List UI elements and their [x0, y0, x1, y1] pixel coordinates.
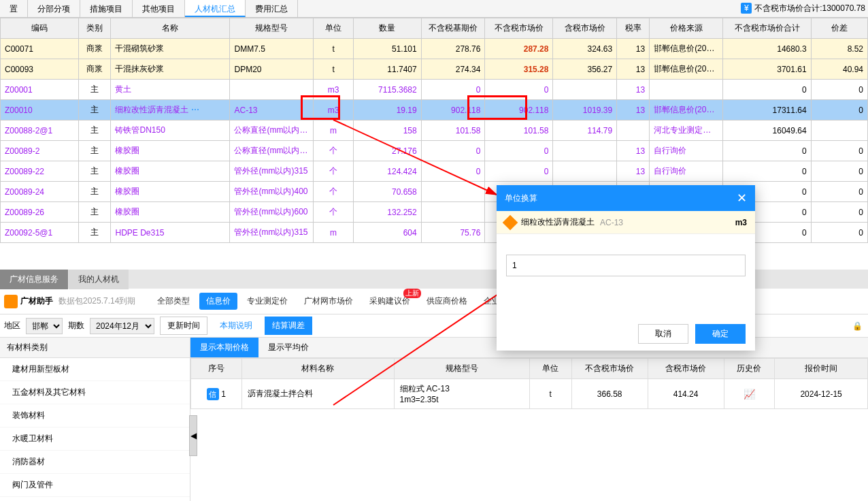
- category-item[interactable]: 塑料制品: [0, 497, 190, 501]
- col-header[interactable]: 税率: [617, 18, 650, 39]
- category-item[interactable]: 水暖卫材料: [0, 427, 190, 451]
- category-item[interactable]: 消防器材: [0, 451, 190, 474]
- top-tab-bar: 置 分部分项 措施项目 其他项目 人材机汇总 费用汇总: [0, 0, 868, 18]
- res-col-header[interactable]: 材料名称: [241, 359, 394, 379]
- res-col-header[interactable]: 单位: [529, 359, 571, 379]
- table-row[interactable]: Z00010主细粒改性沥青混凝土 ⋯AC-13m319.19902.118902…: [1, 100, 868, 120]
- table-row[interactable]: C00071商浆干混砌筑砂浆DMM7.5t51.101278.76287.283…: [1, 39, 868, 59]
- category-sidebar: 有材料类别 建材用新型板材五金材料及其它材料装饰材料水暖卫材料消防器材阀门及管件…: [0, 338, 190, 501]
- col-header[interactable]: 数量: [353, 18, 421, 39]
- yuan-icon: ¥: [741, 3, 752, 14]
- tool-info-price[interactable]: 信息价: [199, 293, 237, 310]
- period-label: 期数: [68, 320, 84, 332]
- data-package-label: 数据包2025.7.14到期: [59, 295, 135, 307]
- table-row[interactable]: Z00089-22主橡胶圈管外径(mm以内)315个124.4240013自行询…: [1, 161, 868, 182]
- dialog-item-spec: AC-13: [600, 218, 623, 227]
- res-col-header[interactable]: 报价时间: [775, 359, 868, 379]
- res-col-header[interactable]: 不含税市场价: [571, 359, 648, 379]
- col-header[interactable]: 价格来源: [650, 18, 723, 39]
- convert-value-input[interactable]: [506, 255, 746, 276]
- col-header[interactable]: 单位: [314, 18, 353, 39]
- history-chart-icon[interactable]: 📈: [744, 389, 755, 400]
- col-header[interactable]: 不含税市场价: [485, 18, 553, 39]
- table-row[interactable]: Z00088-2@1主铸铁管DN150公称直径(mm以内)150m158101.…: [1, 120, 868, 141]
- adjust-button[interactable]: 结算调差: [265, 317, 312, 335]
- tool-all[interactable]: 全部类型: [150, 293, 197, 310]
- category-item[interactable]: 建材用新型板材: [0, 358, 190, 381]
- region-select[interactable]: 邯郸: [26, 318, 63, 334]
- mid-tab-service[interactable]: 广材信息服务: [0, 270, 68, 289]
- info-badge-icon: 信: [207, 388, 219, 400]
- dialog-item-name: 细粒改性沥青混凝土: [521, 216, 595, 228]
- result-grid[interactable]: 序号材料名称规格型号单位不含税市场价含税市场价历史价报价时间 信 1 沥青混凝土…: [190, 358, 868, 409]
- tab-2[interactable]: 措施项目: [80, 0, 133, 17]
- period-desc-link[interactable]: 本期说明: [213, 317, 259, 334]
- col-header[interactable]: 编码: [1, 18, 79, 39]
- dialog-unit: m3: [735, 218, 747, 227]
- helper-title: 广材助手: [20, 295, 53, 307]
- col-header[interactable]: 不含税基期价: [421, 18, 485, 39]
- col-header[interactable]: 价差: [811, 18, 867, 39]
- update-time-button[interactable]: 更新时间: [160, 317, 207, 335]
- mid-tab-mine[interactable]: 我的人材机: [69, 270, 129, 289]
- col-header[interactable]: 含税市场价: [553, 18, 617, 39]
- tab-3[interactable]: 其他项目: [133, 0, 185, 17]
- col-header[interactable]: 类别: [78, 18, 111, 39]
- chevron-left-icon: ◀: [190, 431, 197, 440]
- col-header[interactable]: 名称: [111, 18, 230, 39]
- tab-1[interactable]: 分部分项: [28, 0, 80, 17]
- tool-supplier[interactable]: 供应商价格: [420, 293, 474, 310]
- ok-button[interactable]: 确定: [695, 324, 746, 344]
- tab-5[interactable]: 费用汇总: [246, 0, 298, 17]
- res-col-header[interactable]: 历史价: [724, 359, 775, 379]
- table-row[interactable]: Z00001主黄土m37115.3682001300: [1, 80, 868, 100]
- total-summary: ¥不含税市场价合计:1300070.78: [741, 3, 865, 14]
- tool-market[interactable]: 广材网市场价: [297, 293, 360, 310]
- tab-4[interactable]: 人材机汇总: [185, 0, 246, 17]
- helper-logo-icon: [4, 295, 18, 308]
- category-header: 有材料类别: [0, 338, 190, 358]
- result-row[interactable]: 信 1 沥青混凝土拌合料 细粒式 AC-131m3=2.35t t 366.58…: [191, 379, 868, 409]
- tool-pro[interactable]: 专业测定价: [240, 293, 295, 310]
- tool-purchase[interactable]: 采购建议价: [363, 293, 417, 310]
- subtab-avg[interactable]: 显示平均价: [258, 338, 318, 357]
- dialog-title: 单位换算: [505, 193, 537, 204]
- table-row[interactable]: Z00089-2主橡胶圈公称直径(mm以内)150个27.1760013自行询价…: [1, 141, 868, 161]
- sidebar-splitter[interactable]: ◀: [189, 415, 197, 456]
- lock-icon[interactable]: 🔒: [852, 321, 863, 331]
- ellipsis-icon[interactable]: ⋯: [191, 105, 199, 114]
- close-icon[interactable]: ✕: [737, 191, 747, 206]
- res-col-header[interactable]: 规格型号: [394, 359, 529, 379]
- res-col-header[interactable]: 含税市场价: [648, 359, 724, 379]
- unit-convert-dialog: 单位换算 ✕ 细粒改性沥青混凝土 AC-13 m3 取消 确定: [497, 185, 755, 351]
- period-select[interactable]: 2024年12月: [90, 318, 154, 334]
- col-header[interactable]: 不含税市场价合计: [723, 18, 811, 39]
- col-header[interactable]: 规格型号: [230, 18, 314, 39]
- region-label: 地区: [4, 320, 20, 332]
- res-col-header[interactable]: 序号: [191, 359, 242, 379]
- table-row[interactable]: C00093商浆干混抹灰砂浆DPM20t11.7407274.34315.283…: [1, 59, 868, 80]
- dialog-header: 单位换算 ✕: [497, 185, 755, 211]
- diamond-icon: [503, 214, 518, 230]
- category-item[interactable]: 装饰材料: [0, 404, 190, 427]
- category-item[interactable]: 阀门及管件: [0, 474, 190, 497]
- cancel-button[interactable]: 取消: [638, 324, 688, 344]
- subtab-current[interactable]: 显示本期价格: [190, 338, 258, 357]
- category-item[interactable]: 五金材料及其它材料: [0, 381, 190, 404]
- tab-0[interactable]: 置: [0, 0, 28, 17]
